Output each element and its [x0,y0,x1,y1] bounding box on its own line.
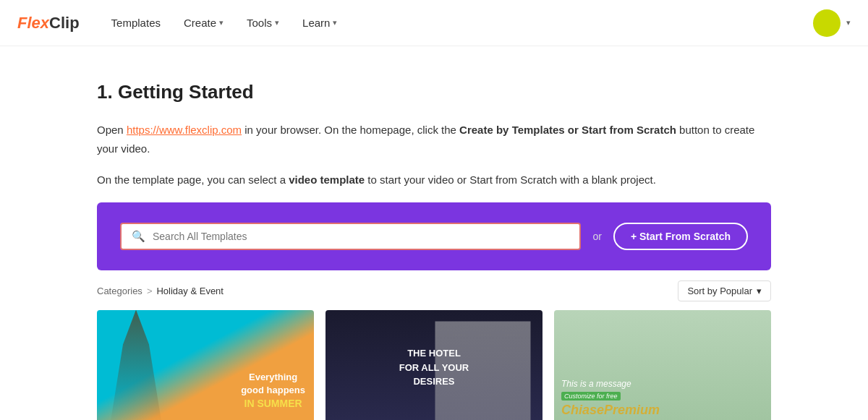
template-search-area: 🔍 or + Start From Scratch [97,202,771,270]
paragraph-1-pre: Open [97,124,127,136]
navbar: FlexClip Templates Create ▾ Tools ▾ Lear… [0,0,868,46]
nav-right: ▾ [813,9,851,37]
card-thanks-text: This is a message Customize for free Chi… [561,378,660,419]
nav-label-templates: Templates [111,17,161,29]
nav-item-tools[interactable]: Tools ▾ [238,11,288,35]
flexclip-link[interactable]: https://www.flexclip.com [127,124,242,136]
card-summer-text: Everythinggood happens IN SUMMER [241,371,305,411]
template-card-thanksgiving[interactable]: This is a message Customize for free Chi… [554,310,771,421]
chevron-down-icon: ▾ [275,18,279,27]
search-input[interactable] [153,231,569,242]
paragraph-2-bold: video template [289,173,365,186]
paragraph-1-bold: Create by Templates or Start from Scratc… [459,124,676,136]
nav-label-tools: Tools [247,17,272,29]
paragraph-2: On the template page, you can select a v… [97,171,771,189]
template-card-summer[interactable]: Everythinggood happens IN SUMMER Summer … [97,310,314,421]
template-cards: Everythinggood happens IN SUMMER Summer … [97,310,771,421]
logo-clip-text: Clip [49,14,80,33]
main-content: 1. Getting Started Open https://www.flex… [80,46,788,420]
chevron-down-icon: ▾ [333,18,337,27]
card-summer-highlight: IN SUMMER [244,398,302,409]
breadcrumb-root[interactable]: Categories [97,286,142,296]
paragraph-2-post: to start your video or Start from Scratc… [365,173,656,186]
nav-label-create: Create [184,17,216,29]
paragraph-1-post: in your browser. On the homepage, click … [242,124,459,136]
paragraph-1: Open https://www.flexclip.com in your br… [97,121,771,158]
breadcrumb-current: Holiday & Event [156,286,224,296]
nav-items: Templates Create ▾ Tools ▾ Learn ▾ [103,11,813,35]
card-hotel-text: THE HOTELFOR ALL YOURDESIRES [399,346,469,389]
section-title: 1. Getting Started [97,81,771,103]
chevron-down-icon: ▾ [219,18,224,27]
palm-tree-decoration [97,310,227,421]
sort-label: Sort by Popular [687,286,752,296]
chevron-down-icon: ▾ [757,286,762,296]
nav-label-learn: Learn [302,17,330,29]
nav-item-templates[interactable]: Templates [103,11,169,35]
nav-item-learn[interactable]: Learn ▾ [294,11,346,35]
breadcrumb-separator: > [147,286,153,296]
chevron-down-icon[interactable]: ▾ [846,18,851,27]
nav-item-create[interactable]: Create ▾ [175,11,232,35]
template-card-hotel[interactable]: THE HOTELFOR ALL YOURDESIRES Luxury Hote… [326,310,542,421]
card-image-hotel: THE HOTELFOR ALL YOURDESIRES [326,310,542,421]
card-thanks-brand: ChiasePremium [561,403,660,417]
paragraph-2-pre: On the template page, you can select a [97,173,289,186]
breadcrumb: Categories > Holiday & Event [97,286,224,296]
search-icon: 🔍 [132,230,145,243]
sort-button[interactable]: Sort by Popular ▾ [678,280,771,301]
start-from-scratch-button[interactable]: + Start From Scratch [613,223,748,250]
categories-row: Categories > Holiday & Event Sort by Pop… [97,270,771,310]
logo-flex-text: Flex [17,14,49,33]
or-label: or [592,231,601,242]
avatar[interactable] [813,9,841,37]
card-image-summer: Everythinggood happens IN SUMMER [97,310,314,421]
logo[interactable]: FlexClip [17,14,80,33]
card-image-thanksgiving: This is a message Customize for free Chi… [554,310,771,421]
search-box: 🔍 [120,223,581,250]
